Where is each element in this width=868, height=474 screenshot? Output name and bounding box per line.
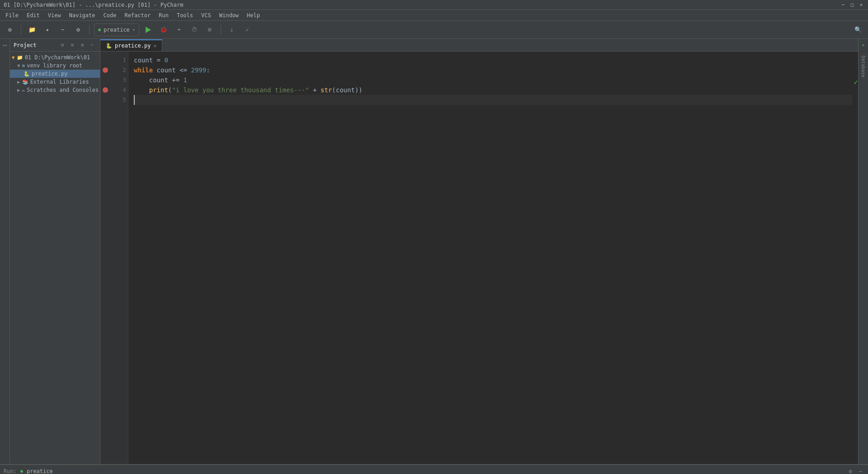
project-tree: ▼ 📁 01 D:\PycharmWork\01 ▼ ≋ venv librar… (10, 52, 100, 464)
code-token-4-1: print (134, 85, 168, 95)
code-line-5 (134, 95, 853, 105)
py-file-icon: 🐍 (24, 71, 30, 77)
project-expand-btn[interactable]: ≡ (68, 41, 76, 49)
run-tab-name[interactable]: preatice (27, 468, 53, 474)
tree-item-ext-libs[interactable]: ▶ 📚 External Libraries (10, 78, 100, 86)
code-token-1-3: 0 (164, 55, 168, 65)
gutter-line-3 (100, 75, 110, 85)
toolbar-minus-btn[interactable]: − (57, 24, 69, 36)
tree-item-preatice[interactable]: 🐍 preatice.py (10, 70, 100, 78)
code-token-4-5: str (321, 85, 332, 95)
menu-refactor[interactable]: Refactor (121, 11, 154, 19)
tree-item-label-scratches: Scratches and Consoles (27, 87, 99, 93)
main-layout: 1 Project ⚙ ≡ ⚙ − ▼ 📁 01 D:\PycharmWork\… (0, 39, 868, 464)
code-token-2-3: <= (176, 65, 191, 75)
code-token-4-4: + (309, 85, 321, 95)
run-button[interactable] (142, 24, 155, 36)
tree-item-label-venv: venv library root (27, 62, 82, 69)
editor-area: 🐍 preatice.py ✕ 1 2 (100, 39, 858, 464)
run-config-dropdown[interactable]: ● preatice ▾ (94, 24, 139, 36)
tree-item-label-preatice: preatice.py (32, 71, 67, 77)
code-content[interactable]: count = 0 while count <= 2999 : count += (128, 52, 858, 464)
menu-navigate[interactable]: Navigate (66, 11, 99, 19)
run-settings-icon[interactable]: ⚙ (846, 467, 854, 474)
vcs-commit-btn[interactable]: ✓ (241, 24, 254, 36)
project-panel-header: Project ⚙ ≡ ⚙ − (10, 39, 100, 52)
menu-edit[interactable]: Edit (23, 11, 43, 19)
code-token-4-6: ( (332, 85, 335, 95)
right-icon-overview[interactable]: ≡ (859, 41, 868, 50)
code-editor[interactable]: 1 2 3 4 5 count = 0 while count <= (100, 52, 858, 464)
tree-item-scratches[interactable]: ▶ ✏ Scratches and Consoles (10, 86, 100, 94)
line-num-3: 3 (112, 75, 126, 85)
menu-tools[interactable]: Tools (173, 11, 197, 19)
profile-btn[interactable]: ⏱ (188, 24, 201, 36)
code-line-2: while count <= 2999 : (134, 65, 853, 75)
maximize-button[interactable]: □ (849, 2, 855, 8)
code-token-4-7: count (336, 85, 355, 95)
toolbar-project-btn[interactable]: 📁 (26, 24, 38, 36)
tree-item-label-ext-libs: External Libraries (30, 79, 89, 85)
left-sidebar-icons: 1 (0, 39, 10, 464)
project-settings-btn[interactable]: ⚙ (58, 41, 66, 49)
menu-help[interactable]: Help (243, 11, 264, 19)
line-numbers: 1 2 3 4 5 (110, 52, 128, 464)
concurrency-btn[interactable]: ⊞ (203, 24, 216, 36)
toolbar-gear-btn[interactable]: ⚙ (72, 24, 85, 36)
toolbar-settings-btn[interactable]: ⚙ (4, 24, 16, 36)
breakpoint-2[interactable] (103, 67, 108, 73)
left-icon-1[interactable]: 1 (0, 41, 9, 50)
code-token-3-3: 1 (184, 75, 187, 85)
minimize-button[interactable]: − (840, 2, 846, 8)
run-config-label: preatice (104, 27, 130, 33)
tree-item-root[interactable]: ▼ 📁 01 D:\PycharmWork\01 (10, 53, 100, 62)
title-text: 01 [D:\PycharmWork\01] - ...\preatice.py… (4, 2, 183, 8)
project-gear-btn[interactable]: ⚙ (78, 41, 86, 49)
title-bar: 01 [D:\PycharmWork\01] - ...\preatice.py… (0, 0, 868, 10)
toolbar-add-btn[interactable]: ✦ (41, 24, 54, 36)
code-token-1-1: count (134, 55, 153, 65)
code-line-1: count = 0 (134, 55, 853, 65)
menu-view[interactable]: View (44, 11, 65, 19)
ext-libs-arrow-icon: ▶ (17, 79, 20, 85)
code-token-3-1: count (134, 75, 168, 85)
code-token-2-2: count (153, 65, 176, 75)
menu-code[interactable]: Code (100, 11, 120, 19)
project-close-btn[interactable]: − (88, 41, 96, 49)
tab-preatice-icon: 🐍 (106, 43, 112, 49)
close-button[interactable]: ✕ (858, 2, 864, 8)
tree-item-label-root: 01 D:\PycharmWork\01 (25, 54, 90, 61)
menu-window[interactable]: Window (216, 11, 242, 19)
project-panel: Project ⚙ ≡ ⚙ − ▼ 📁 01 D:\PycharmWork\01… (10, 39, 100, 464)
menu-vcs[interactable]: VCS (198, 11, 215, 19)
gutter-line-1 (100, 55, 110, 65)
tab-preatice[interactable]: 🐍 preatice.py ✕ (100, 39, 162, 51)
code-line-3: count += 1 (134, 75, 853, 85)
run-config-icon: ● (98, 27, 101, 32)
tab-close-icon[interactable]: ✕ (153, 43, 156, 49)
menu-run[interactable]: Run (155, 11, 172, 19)
code-token-2-1: while (134, 65, 153, 75)
tab-preatice-label: preatice.py (115, 43, 151, 49)
code-token-4-8: )) (355, 85, 363, 95)
coverage-btn[interactable]: ☂ (173, 24, 185, 36)
code-token-4-2: ( (168, 85, 172, 95)
line-num-2: 2 (112, 65, 126, 75)
line-num-1: 1 (112, 55, 126, 65)
debug-btn[interactable]: 🐞 (157, 24, 170, 36)
run-icon: ● (20, 469, 23, 474)
search-toolbar-icon[interactable]: 🔍 (852, 24, 864, 36)
line-num-4: 4 (112, 85, 126, 95)
checkmark-overlay: ✓ (854, 78, 858, 86)
vcs-update-btn[interactable]: ↓ (226, 24, 238, 36)
code-cursor (134, 95, 138, 105)
run-close-icon[interactable]: − (856, 467, 864, 474)
bottom-panel: Run: ● preatice ⚙ − ▶ ■ ⏸ ↷ ⤓ 🖨 ✕ i love… (0, 464, 868, 474)
code-token-2-4: 2999 (191, 65, 206, 75)
run-triangle-icon (146, 27, 151, 33)
code-line-4: print ( "i love you three thousand times… (134, 85, 853, 95)
right-icon-database[interactable]: Database (859, 51, 868, 82)
breakpoint-4[interactable] (103, 87, 108, 93)
tree-item-venv[interactable]: ▼ ≋ venv library root (10, 62, 100, 70)
menu-file[interactable]: File (2, 11, 22, 19)
